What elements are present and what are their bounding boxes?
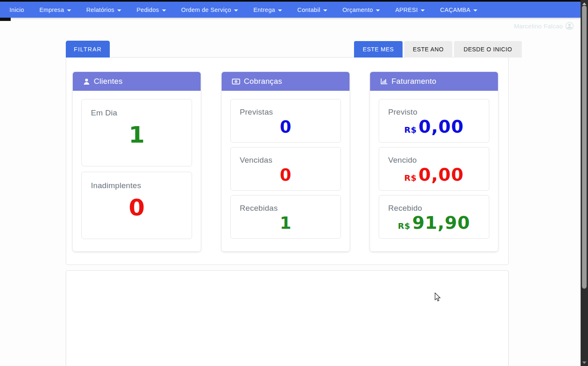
money-icon — [232, 78, 240, 85]
chevron-down-icon — [117, 9, 121, 12]
user-icon — [83, 78, 90, 85]
tab-desde-o-inicio[interactable]: DESDE O INICIO — [454, 41, 522, 58]
chevron-down-icon — [323, 9, 327, 12]
currency-amount: 0,00 — [419, 116, 464, 137]
stat-label: Em Dia — [91, 108, 192, 117]
nav-item-label: Inicio — [9, 7, 24, 13]
stat-label: Previstas — [240, 108, 340, 117]
stat-vencidas: Vencidas 0 — [230, 147, 341, 191]
nav-item-label: APRESI — [395, 7, 418, 13]
chevron-down-icon — [421, 9, 425, 12]
stat-vencido: Vencido R$ 0,00 — [379, 147, 489, 191]
nav-item-label: Entrega — [253, 7, 275, 13]
page-scrollbar[interactable] — [581, 0, 588, 366]
nav-item-label: Contabil — [297, 7, 320, 13]
tab-este-ano[interactable]: ESTE ANO — [404, 41, 452, 58]
nav-item-label: CAÇAMBA — [440, 7, 470, 13]
stat-inadimplentes: Inadimplentes 0 — [81, 172, 192, 239]
stat-label: Vencidas — [240, 156, 340, 165]
stat-previsto: Previsto R$ 0,00 — [379, 99, 489, 143]
card-cobrancas: Cobranças Previstas 0 Vencidas 0 Recebid… — [222, 72, 350, 251]
scroll-down-icon[interactable] — [582, 361, 586, 364]
nav-item-label: Ordem de Serviço — [181, 7, 231, 13]
stat-label: Vencido — [388, 156, 489, 165]
chevron-down-icon — [473, 9, 477, 12]
nav-item-label: Orçamento — [343, 7, 373, 13]
nav-edge-artifact — [0, 18, 11, 21]
stat-label: Recebidas — [240, 204, 340, 213]
nav-item-label: Empresa — [39, 7, 64, 13]
nav-item-label: Pedidos — [137, 7, 159, 13]
nav-item-relatorios[interactable]: Relatórios — [86, 7, 121, 13]
stat-recebidas: Recebidas 1 — [230, 195, 341, 239]
nav-item-inicio[interactable]: Inicio — [9, 7, 24, 13]
stat-value: 0 — [82, 196, 192, 219]
user-name: Marcelino Falcao — [514, 23, 563, 30]
chevron-down-icon — [234, 9, 238, 12]
stat-value: 0 — [231, 167, 340, 183]
currency-symbol: R$ — [398, 221, 410, 231]
nav-item-pedidos[interactable]: Pedidos — [137, 7, 166, 13]
card-title: Clientes — [94, 77, 123, 86]
period-tabs: ESTE MES ESTE ANO DESDE O INICIO — [354, 41, 522, 58]
dashboard-summary-panel: Clientes Em Dia 1 Inadimplentes 0 Cobra — [66, 57, 509, 265]
currency-amount: 0,00 — [419, 164, 464, 185]
currency-symbol: R$ — [404, 173, 417, 183]
nav-item-contabil[interactable]: Contabil — [297, 7, 327, 13]
window-top-strip — [0, 0, 588, 2]
stat-em-dia: Em Dia 1 — [81, 99, 192, 166]
card-clientes-header: Clientes — [73, 72, 201, 91]
nav-item-cacamba[interactable]: CAÇAMBA — [440, 7, 477, 13]
card-title: Cobranças — [244, 77, 282, 86]
stat-value: R$ 0,00 — [379, 166, 489, 184]
nav-item-ordem-de-servico[interactable]: Ordem de Serviço — [181, 7, 238, 13]
nav-item-apresi[interactable]: APRESI — [395, 7, 425, 13]
stat-recebido: Recebido R$ 91,90 — [379, 195, 489, 239]
nav-item-label: Relatórios — [86, 7, 114, 13]
nav-item-orcamento[interactable]: Orçamento — [343, 7, 380, 13]
avatar-icon — [565, 22, 574, 30]
card-cobrancas-body: Previstas 0 Vencidas 0 Recebidas 1 — [222, 91, 350, 239]
card-faturamento-body: Previsto R$ 0,00 Vencido R$ 0,00 Recebid… — [370, 91, 498, 239]
stat-label: Previsto — [388, 108, 489, 117]
tab-este-mes[interactable]: ESTE MES — [354, 41, 403, 58]
dashboard-lower-panel — [66, 270, 509, 366]
currency-symbol: R$ — [404, 125, 417, 135]
nav-item-empresa[interactable]: Empresa — [39, 7, 71, 13]
chevron-down-icon — [162, 9, 166, 12]
nav-item-entrega[interactable]: Entrega — [253, 7, 282, 13]
scroll-up-icon[interactable] — [582, 2, 586, 5]
currency-amount: 91,90 — [412, 212, 470, 233]
stat-previstas: Previstas 0 — [230, 99, 341, 143]
filter-button[interactable]: FILTRAR — [66, 41, 110, 58]
chevron-down-icon — [278, 9, 282, 12]
stat-value: R$ 91,90 — [379, 214, 489, 232]
scrollbar-thumb[interactable] — [582, 5, 587, 289]
stat-value: 1 — [231, 215, 340, 231]
card-title: Faturamento — [391, 77, 436, 86]
chevron-down-icon — [376, 9, 380, 12]
chevron-down-icon — [67, 9, 71, 12]
main-navbar: Inicio Empresa Relatórios Pedidos Ordem … — [0, 2, 588, 18]
card-clientes: Clientes Em Dia 1 Inadimplentes 0 — [73, 72, 201, 251]
card-cobrancas-header: Cobranças — [222, 72, 350, 91]
stat-value: 1 — [82, 123, 192, 146]
card-clientes-body: Em Dia 1 Inadimplentes 0 — [73, 91, 201, 239]
stat-value: R$ 0,00 — [379, 118, 489, 136]
stat-value: 0 — [231, 119, 340, 135]
stat-label: Inadimplentes — [91, 181, 192, 190]
mouse-cursor-icon — [434, 292, 443, 304]
stat-label: Recebido — [388, 204, 489, 213]
card-faturamento-header: Faturamento — [370, 72, 498, 91]
card-faturamento: Faturamento Previsto R$ 0,00 Vencido R$ … — [370, 72, 498, 251]
user-menu[interactable]: Marcelino Falcao — [514, 21, 574, 30]
bar-chart-icon — [380, 78, 388, 85]
